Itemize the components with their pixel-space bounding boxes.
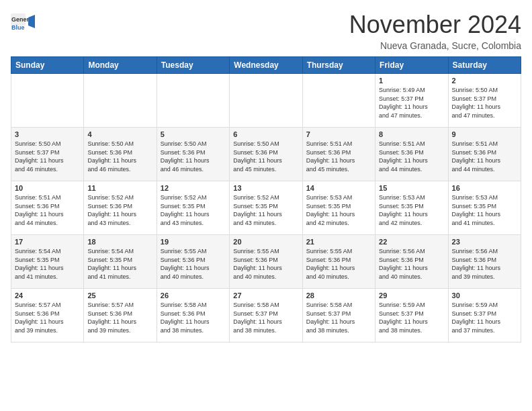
logo-icon: General Blue <box>11 13 35 38</box>
weekday-header-row: SundayMondayTuesdayWednesdayThursdayFrid… <box>11 57 521 74</box>
calendar-week-row: 3Sunrise: 5:50 AM Sunset: 5:37 PM Daylig… <box>11 128 521 181</box>
calendar-cell: 23Sunrise: 5:56 AM Sunset: 5:36 PM Dayli… <box>448 235 521 289</box>
calendar-cell: 19Sunrise: 5:55 AM Sunset: 5:36 PM Dayli… <box>157 235 229 289</box>
calendar-cell: 21Sunrise: 5:55 AM Sunset: 5:36 PM Dayli… <box>302 235 375 289</box>
day-info: Sunrise: 5:58 AM Sunset: 5:37 PM Dayligh… <box>233 301 298 334</box>
weekday-header-wednesday: Wednesday <box>230 57 302 74</box>
day-number: 4 <box>87 130 152 138</box>
weekday-header-tuesday: Tuesday <box>157 57 229 74</box>
calendar-cell <box>157 74 229 128</box>
day-info: Sunrise: 5:50 AM Sunset: 5:37 PM Dayligh… <box>452 86 517 120</box>
calendar-cell: 3Sunrise: 5:50 AM Sunset: 5:37 PM Daylig… <box>11 128 84 181</box>
calendar-week-row: 10Sunrise: 5:51 AM Sunset: 5:36 PM Dayli… <box>11 181 521 235</box>
day-info: Sunrise: 5:53 AM Sunset: 5:35 PM Dayligh… <box>452 193 517 227</box>
calendar-cell: 27Sunrise: 5:58 AM Sunset: 5:37 PM Dayli… <box>230 289 302 342</box>
day-info: Sunrise: 5:55 AM Sunset: 5:36 PM Dayligh… <box>161 247 226 281</box>
day-info: Sunrise: 5:56 AM Sunset: 5:36 PM Dayligh… <box>452 247 517 281</box>
calendar-cell: 18Sunrise: 5:54 AM Sunset: 5:35 PM Dayli… <box>84 235 157 289</box>
calendar-cell: 28Sunrise: 5:58 AM Sunset: 5:37 PM Dayli… <box>302 289 375 342</box>
day-info: Sunrise: 5:50 AM Sunset: 5:36 PM Dayligh… <box>233 140 298 173</box>
day-info: Sunrise: 5:57 AM Sunset: 5:36 PM Dayligh… <box>87 301 152 334</box>
day-info: Sunrise: 5:56 AM Sunset: 5:36 PM Dayligh… <box>379 247 444 281</box>
day-info: Sunrise: 5:51 AM Sunset: 5:36 PM Dayligh… <box>452 140 517 173</box>
calendar-week-row: 1Sunrise: 5:49 AM Sunset: 5:37 PM Daylig… <box>11 74 521 128</box>
calendar-cell: 22Sunrise: 5:56 AM Sunset: 5:36 PM Dayli… <box>375 235 448 289</box>
day-number: 14 <box>306 184 371 192</box>
svg-text:Blue: Blue <box>11 24 25 31</box>
calendar-cell: 29Sunrise: 5:59 AM Sunset: 5:37 PM Dayli… <box>375 289 448 342</box>
day-info: Sunrise: 5:52 AM Sunset: 5:35 PM Dayligh… <box>161 193 226 227</box>
calendar-cell <box>230 74 302 128</box>
day-number: 5 <box>161 130 226 138</box>
day-info: Sunrise: 5:51 AM Sunset: 5:36 PM Dayligh… <box>306 140 371 173</box>
calendar-cell: 26Sunrise: 5:58 AM Sunset: 5:36 PM Dayli… <box>157 289 229 342</box>
day-number: 2 <box>452 77 517 85</box>
weekday-header-monday: Monday <box>84 57 157 74</box>
day-info: Sunrise: 5:53 AM Sunset: 5:35 PM Dayligh… <box>306 193 371 227</box>
day-number: 3 <box>15 130 80 138</box>
day-number: 20 <box>233 238 298 246</box>
calendar-cell: 15Sunrise: 5:53 AM Sunset: 5:35 PM Dayli… <box>375 181 448 235</box>
day-number: 25 <box>87 291 152 300</box>
day-number: 22 <box>379 238 444 246</box>
calendar-cell: 5Sunrise: 5:50 AM Sunset: 5:36 PM Daylig… <box>157 128 229 181</box>
day-info: Sunrise: 5:52 AM Sunset: 5:35 PM Dayligh… <box>233 193 298 227</box>
calendar-cell <box>302 74 375 128</box>
calendar-cell: 2Sunrise: 5:50 AM Sunset: 5:37 PM Daylig… <box>448 74 521 128</box>
calendar-cell: 16Sunrise: 5:53 AM Sunset: 5:35 PM Dayli… <box>448 181 521 235</box>
calendar-cell: 14Sunrise: 5:53 AM Sunset: 5:35 PM Dayli… <box>302 181 375 235</box>
day-info: Sunrise: 5:50 AM Sunset: 5:36 PM Dayligh… <box>87 140 152 173</box>
calendar-cell: 7Sunrise: 5:51 AM Sunset: 5:36 PM Daylig… <box>302 128 375 181</box>
day-number: 8 <box>379 130 444 138</box>
day-number: 17 <box>15 238 80 246</box>
calendar-cell: 12Sunrise: 5:52 AM Sunset: 5:35 PM Dayli… <box>157 181 229 235</box>
day-info: Sunrise: 5:59 AM Sunset: 5:37 PM Dayligh… <box>379 301 444 334</box>
day-info: Sunrise: 5:57 AM Sunset: 5:36 PM Dayligh… <box>15 301 80 334</box>
day-info: Sunrise: 5:54 AM Sunset: 5:35 PM Dayligh… <box>87 247 152 281</box>
day-number: 6 <box>233 130 298 138</box>
weekday-header-thursday: Thursday <box>302 57 375 74</box>
page-header: General Blue November 2024 Nueva Granada… <box>11 11 521 51</box>
day-number: 1 <box>379 77 444 85</box>
calendar-cell: 4Sunrise: 5:50 AM Sunset: 5:36 PM Daylig… <box>84 128 157 181</box>
day-info: Sunrise: 5:53 AM Sunset: 5:35 PM Dayligh… <box>379 193 444 227</box>
calendar-cell: 17Sunrise: 5:54 AM Sunset: 5:35 PM Dayli… <box>11 235 84 289</box>
day-number: 19 <box>161 238 226 246</box>
month-title: November 2024 <box>349 11 521 39</box>
title-block: November 2024 Nueva Granada, Sucre, Colo… <box>349 11 521 51</box>
calendar-week-row: 24Sunrise: 5:57 AM Sunset: 5:36 PM Dayli… <box>11 289 521 342</box>
calendar-cell: 9Sunrise: 5:51 AM Sunset: 5:36 PM Daylig… <box>448 128 521 181</box>
day-number: 28 <box>306 291 371 300</box>
calendar-cell: 24Sunrise: 5:57 AM Sunset: 5:36 PM Dayli… <box>11 289 84 342</box>
day-number: 24 <box>15 291 80 300</box>
day-info: Sunrise: 5:58 AM Sunset: 5:36 PM Dayligh… <box>161 301 226 334</box>
day-number: 15 <box>379 184 444 192</box>
calendar-cell <box>84 74 157 128</box>
calendar-week-row: 17Sunrise: 5:54 AM Sunset: 5:35 PM Dayli… <box>11 235 521 289</box>
day-info: Sunrise: 5:59 AM Sunset: 5:37 PM Dayligh… <box>452 301 517 334</box>
day-info: Sunrise: 5:54 AM Sunset: 5:35 PM Dayligh… <box>15 247 80 281</box>
weekday-header-friday: Friday <box>375 57 448 74</box>
calendar-cell: 6Sunrise: 5:50 AM Sunset: 5:36 PM Daylig… <box>230 128 302 181</box>
calendar-cell: 1Sunrise: 5:49 AM Sunset: 5:37 PM Daylig… <box>375 74 448 128</box>
calendar-cell: 20Sunrise: 5:55 AM Sunset: 5:36 PM Dayli… <box>230 235 302 289</box>
weekday-header-saturday: Saturday <box>448 57 521 74</box>
day-number: 21 <box>306 238 371 246</box>
day-info: Sunrise: 5:55 AM Sunset: 5:36 PM Dayligh… <box>306 247 371 281</box>
calendar-cell: 30Sunrise: 5:59 AM Sunset: 5:37 PM Dayli… <box>448 289 521 342</box>
calendar-cell: 10Sunrise: 5:51 AM Sunset: 5:36 PM Dayli… <box>11 181 84 235</box>
day-number: 16 <box>452 184 517 192</box>
location: Nueva Granada, Sucre, Colombia <box>349 40 521 51</box>
day-number: 30 <box>452 291 517 300</box>
day-info: Sunrise: 5:50 AM Sunset: 5:37 PM Dayligh… <box>15 140 80 173</box>
calendar-cell: 8Sunrise: 5:51 AM Sunset: 5:36 PM Daylig… <box>375 128 448 181</box>
day-number: 13 <box>233 184 298 192</box>
calendar-cell: 13Sunrise: 5:52 AM Sunset: 5:35 PM Dayli… <box>230 181 302 235</box>
day-number: 26 <box>161 291 226 300</box>
day-number: 18 <box>87 238 152 246</box>
day-info: Sunrise: 5:58 AM Sunset: 5:37 PM Dayligh… <box>306 301 371 334</box>
calendar-cell: 25Sunrise: 5:57 AM Sunset: 5:36 PM Dayli… <box>84 289 157 342</box>
day-info: Sunrise: 5:51 AM Sunset: 5:36 PM Dayligh… <box>379 140 444 173</box>
day-number: 27 <box>233 291 298 300</box>
day-info: Sunrise: 5:55 AM Sunset: 5:36 PM Dayligh… <box>233 247 298 281</box>
